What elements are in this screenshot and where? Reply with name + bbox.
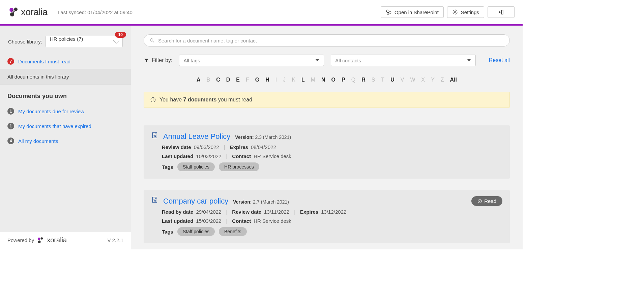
meta-pair: Read by date29/04/2022 [162,209,221,215]
alpha-letter-u[interactable]: U [390,77,394,83]
tag-chip[interactable]: Staff policies [177,162,215,171]
document-title[interactable]: Annual Leave Policy [163,132,230,141]
alpha-letter-o[interactable]: O [331,77,335,83]
alpha-letter-p[interactable]: P [342,77,345,83]
svg-point-20 [478,199,482,203]
header: xoralia Last synced: 01/04/2022 at 09:40… [0,0,523,26]
svg-point-15 [153,98,153,99]
document-meta-row: Last updated10/03/2022|ContactHR Service… [151,153,502,159]
sidebar-item-due-review[interactable]: 1 My documents due for review [0,104,131,119]
alpha-filter: ABCDEFGHIJKLMNOPQRSTUVWXYZAll [144,77,510,83]
document-version: Version: 2.7 (March 2021) [233,199,289,205]
alpha-letter-w: W [410,77,415,83]
logo-icon [8,6,20,18]
alpha-letter-j: J [283,77,286,83]
banner-text: You have 7 documents you must read [159,97,252,103]
last-synced-text: Last synced: 01/04/2022 at 09:40 [58,9,133,15]
alpha-letter-a[interactable]: A [197,77,201,83]
alpha-letter-t: T [381,77,384,83]
document-meta-row: Review date09/03/2022|Expires08/04/2022 [151,144,502,150]
sidebar-footer: Powered by xoralia V 2.2.1 [0,232,131,249]
badge-due-review: 1 [7,108,14,115]
logo-icon [37,237,44,244]
badge-expired: 1 [7,123,14,129]
filter-row: Filter by: All tags All contacts Reset a… [144,55,510,66]
read-badge: Read [471,196,502,206]
meta-pair: Expires08/04/2022 [230,144,276,150]
alpha-letter-n[interactable]: N [321,77,325,83]
alpha-letter-h[interactable]: H [265,77,269,83]
sidebar-item-label: My documents that have expired [18,123,91,129]
search-input[interactable] [158,38,504,43]
tags-select[interactable]: All tags [179,55,324,66]
meta-pair: Last updated10/03/2022 [162,153,221,159]
expand-icon [498,9,504,15]
sidebar-item-all-mine[interactable]: 4 All my documents [0,133,131,148]
search-icon [149,38,155,43]
alpha-letter-y: Y [431,77,435,83]
alpha-letter-z: Z [441,77,444,83]
powered-brand: xoralia [47,236,67,244]
meta-pair: Last updated15/03/2022 [162,218,221,224]
document-meta-row: Last updated15/03/2022|ContactHR Service… [151,218,502,224]
sidebar-item-expired[interactable]: 1 My documents that have expired [0,119,131,133]
svg-point-11 [150,39,153,41]
tag-chip[interactable]: HR processes [219,162,259,171]
alpha-letter-m: M [311,77,315,83]
svg-text:W: W [153,199,156,202]
alpha-letter-g[interactable]: G [255,77,259,83]
search-box[interactable] [144,34,510,47]
alpha-letter-all[interactable]: All [450,77,457,83]
settings-button[interactable]: Settings [447,6,484,18]
sidebar-item-must-read[interactable]: 7 Documents I must read [0,54,131,69]
open-sharepoint-button[interactable]: Open in SharePoint [381,6,444,18]
alpha-letter-c[interactable]: C [216,77,220,83]
alpha-letter-l[interactable]: L [301,77,305,83]
logo[interactable]: xoralia [8,6,48,18]
sidebar-item-label: All my documents [18,138,58,144]
settings-label: Settings [461,9,479,15]
svg-point-8 [38,237,40,240]
must-read-banner: You have 7 documents you must read [144,92,510,108]
powered-by: Powered by xoralia [7,236,67,244]
tag-chip[interactable]: Benefits [219,227,247,236]
document-title[interactable]: Company car policy [163,197,228,206]
svg-text:W: W [153,134,156,138]
contacts-select-value: All contacts [335,58,361,63]
svg-rect-7 [502,10,503,14]
tags-row: Tags Staff policiesBenefits [151,227,502,236]
contacts-select[interactable]: All contacts [331,55,476,66]
tag-chip[interactable]: Staff policies [177,227,215,236]
alpha-letter-k: K [292,77,295,83]
svg-line-12 [153,41,154,42]
badge-all-mine: 4 [7,138,14,144]
alpha-letter-d[interactable]: D [226,77,230,83]
alpha-letter-e[interactable]: E [236,77,240,83]
expand-panel-button[interactable] [488,6,515,18]
meta-pair: Expires13/12/2022 [300,209,346,215]
alpha-letter-i: I [275,77,277,83]
reset-all-link[interactable]: Reset all [489,57,510,63]
logo-text: xoralia [21,7,48,18]
meta-pair: Review date09/03/2022 [162,144,219,150]
check-circle-icon [477,199,482,204]
library-badge: 10 [115,32,126,38]
sharepoint-icon [386,9,392,15]
alpha-letter-r[interactable]: R [361,77,365,83]
document-version: Version: 2.3 (March 2021) [235,134,291,140]
gear-icon [452,9,458,15]
sidebar-item-label: All documents in this library [7,74,69,80]
main-content: Filter by: All tags All contacts Reset a… [131,26,523,249]
library-select[interactable]: HR policies (7) [46,36,123,47]
tags-row: Tags Staff policiesHR processes [151,162,502,171]
sidebar-item-label: My documents due for review [18,109,84,114]
meta-pair: ContactHR Service desk [232,153,291,159]
meta-pair: ContactHR Service desk [232,218,291,224]
sidebar-item-all-docs[interactable]: All documents in this library [0,69,131,85]
alpha-letter-x: X [421,77,425,83]
document-meta-row: Read by date29/04/2022|Review date13/11/… [151,209,502,215]
meta-pair: Review date13/11/2022 [232,209,289,215]
filter-icon [144,58,149,63]
svg-point-9 [41,237,43,240]
library-select-value: HR policies (7) [50,36,83,42]
